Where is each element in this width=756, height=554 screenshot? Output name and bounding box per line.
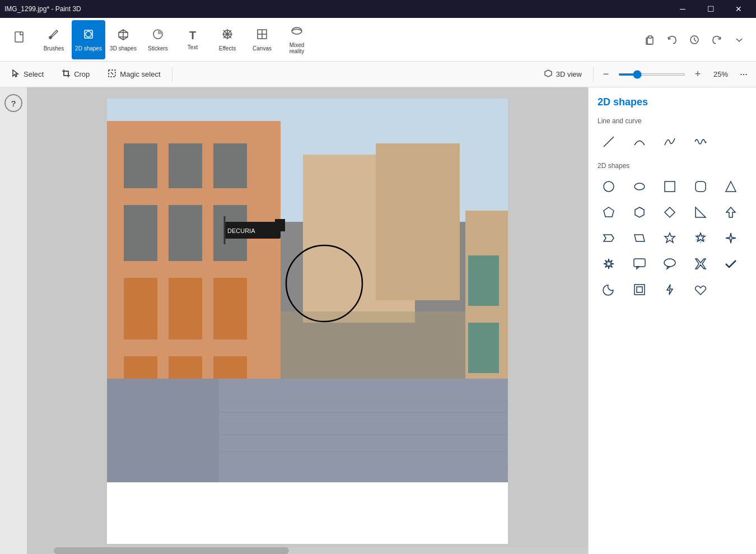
shape-arrow-up[interactable] bbox=[720, 201, 742, 224]
svg-text:DECURIA: DECURIA bbox=[227, 227, 255, 234]
shape-squiggle[interactable] bbox=[689, 131, 712, 153]
shape-square[interactable] bbox=[659, 175, 681, 198]
paste-button[interactable] bbox=[640, 30, 660, 50]
ribbon-effects-label: Effects bbox=[219, 45, 236, 52]
shape-burst[interactable] bbox=[598, 253, 620, 275]
shape-moon[interactable] bbox=[598, 278, 620, 301]
svg-marker-66 bbox=[604, 235, 614, 241]
ribbon-brushes[interactable]: Brushes bbox=[37, 20, 71, 59]
ribbon-2d-shapes[interactable]: 2D shapes bbox=[72, 20, 105, 59]
shape-right-triangle[interactable] bbox=[689, 201, 712, 224]
help-icon: ? bbox=[11, 99, 16, 108]
ribbon-text[interactable]: T Text bbox=[176, 20, 209, 59]
ribbon-file[interactable] bbox=[2, 20, 36, 59]
line-curve-section-title: Line and curve bbox=[598, 117, 747, 125]
zoom-out-button[interactable]: − bbox=[598, 67, 614, 82]
shape-heart[interactable] bbox=[689, 278, 712, 301]
redo-button[interactable] bbox=[707, 30, 727, 50]
shape-star6[interactable] bbox=[689, 227, 712, 249]
svg-point-3 bbox=[86, 31, 91, 37]
shape-star5[interactable] bbox=[659, 227, 681, 249]
shape-frame[interactable] bbox=[628, 278, 651, 301]
close-button[interactable]: ✕ bbox=[726, 0, 752, 18]
horizontal-scrollbar[interactable] bbox=[54, 547, 588, 554]
crop-icon bbox=[62, 69, 71, 80]
ribbon-stickers-label: Stickers bbox=[148, 45, 168, 52]
shape-x[interactable] bbox=[689, 253, 712, 275]
shape-circle[interactable] bbox=[598, 175, 620, 198]
undo-button[interactable] bbox=[662, 30, 682, 50]
svg-marker-75 bbox=[667, 267, 670, 269]
svg-marker-61 bbox=[604, 207, 614, 217]
magic-select-icon bbox=[108, 69, 116, 80]
shape-hexagon[interactable] bbox=[628, 201, 651, 224]
crop-tool-button[interactable]: Crop bbox=[55, 66, 96, 83]
magic-select-button[interactable]: Magic select bbox=[101, 66, 167, 83]
svg-rect-44 bbox=[219, 379, 508, 482]
canvas-icon bbox=[256, 28, 268, 43]
svg-rect-40 bbox=[468, 255, 499, 306]
svg-rect-24 bbox=[169, 143, 202, 188]
svg-rect-41 bbox=[468, 323, 499, 373]
svg-rect-15 bbox=[648, 36, 652, 38]
zoom-in-button[interactable]: + bbox=[690, 67, 706, 82]
shape-diamond[interactable] bbox=[659, 201, 681, 224]
canvas-white-area bbox=[107, 482, 508, 544]
history-button[interactable] bbox=[684, 30, 704, 50]
shape-parallelogram[interactable] bbox=[628, 227, 651, 249]
3d-view-icon bbox=[544, 69, 553, 80]
canvas-wrapper: DECURIA bbox=[107, 99, 508, 544]
toolbar-separator-2 bbox=[593, 67, 594, 82]
toolbar-separator bbox=[172, 67, 172, 82]
shape-triangle[interactable] bbox=[720, 175, 742, 198]
svg-rect-58 bbox=[665, 181, 675, 192]
zoom-slider[interactable] bbox=[618, 73, 685, 76]
shape-star4[interactable] bbox=[720, 227, 742, 249]
select-tool-button[interactable]: Select bbox=[4, 66, 50, 83]
shape-chevron[interactable] bbox=[598, 227, 620, 249]
ribbon-3d-shapes[interactable]: 3D shapes bbox=[106, 20, 140, 59]
3d-shapes-icon bbox=[117, 28, 129, 43]
effects-icon bbox=[221, 28, 234, 43]
shape-rounded-rect[interactable] bbox=[689, 175, 712, 198]
help-button[interactable]: ? bbox=[4, 94, 22, 112]
magic-select-label: Magic select bbox=[120, 70, 160, 78]
ribbon-canvas[interactable]: Canvas bbox=[245, 20, 279, 59]
minimize-button[interactable]: ─ bbox=[670, 0, 696, 18]
canvas-image[interactable]: DECURIA bbox=[107, 99, 508, 482]
maximize-button[interactable]: ☐ bbox=[698, 0, 724, 18]
zoom-controls: − + 25% bbox=[598, 67, 731, 82]
svg-marker-68 bbox=[665, 233, 675, 243]
ribbon-mixed-reality[interactable]: Mixed reality bbox=[280, 20, 314, 59]
title-bar: IMG_1299.jpg* - Paint 3D ─ ☐ ✕ bbox=[0, 0, 756, 18]
ribbon-effects[interactable]: Effects bbox=[211, 20, 244, 59]
right-panel: 2D shapes Line and curve 2D shapes bbox=[588, 87, 756, 554]
shape-line[interactable] bbox=[598, 131, 620, 153]
ribbon-brushes-label: Brushes bbox=[44, 45, 64, 52]
ribbon-expand-button[interactable] bbox=[729, 30, 749, 50]
canvas-area[interactable]: DECURIA bbox=[27, 87, 588, 554]
shape-speech-rect[interactable] bbox=[628, 253, 651, 275]
shape-pentagon[interactable] bbox=[598, 201, 620, 224]
svg-point-13 bbox=[292, 27, 302, 34]
more-options-button[interactable]: ··· bbox=[736, 67, 752, 82]
svg-line-55 bbox=[604, 137, 614, 147]
panel-title: 2D shapes bbox=[598, 96, 747, 108]
3d-view-button[interactable]: 3D view bbox=[537, 66, 589, 83]
ribbon-stickers[interactable]: Stickers bbox=[141, 20, 175, 59]
svg-rect-30 bbox=[169, 278, 202, 339]
crop-label: Crop bbox=[74, 70, 90, 78]
shape-curved-line[interactable] bbox=[659, 131, 681, 153]
shape-speech-round[interactable] bbox=[659, 253, 681, 275]
2d-shapes-section-title: 2D shapes bbox=[598, 162, 747, 170]
shape-oval[interactable] bbox=[628, 175, 651, 198]
stickers-icon bbox=[152, 28, 164, 43]
shape-lightning[interactable] bbox=[659, 278, 681, 301]
select-icon bbox=[11, 69, 20, 80]
svg-rect-77 bbox=[637, 287, 642, 292]
ribbon-2d-shapes-label: 2D shapes bbox=[75, 45, 102, 52]
shape-arc[interactable] bbox=[628, 131, 651, 153]
shape-checkmark[interactable] bbox=[720, 253, 742, 275]
window-controls: ─ ☐ ✕ bbox=[670, 0, 752, 18]
file-icon bbox=[13, 31, 25, 46]
